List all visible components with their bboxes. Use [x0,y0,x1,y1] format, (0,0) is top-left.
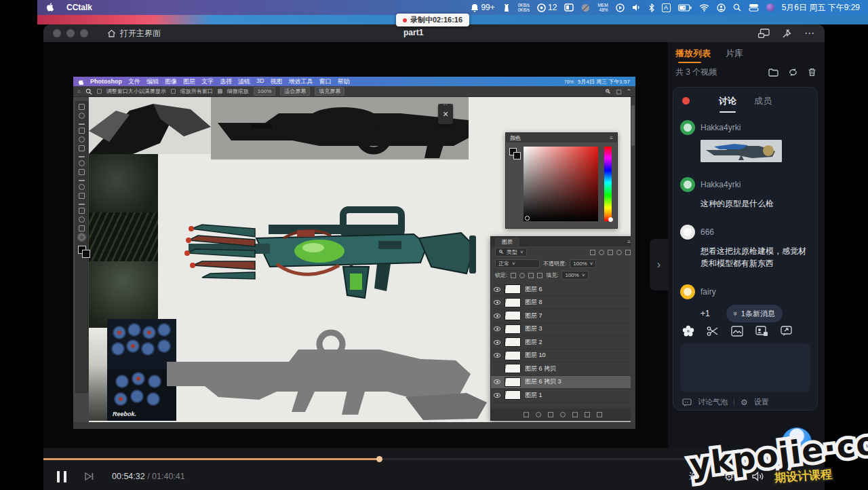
player-settings-icon[interactable]: ⚙ [724,470,734,483]
ps-tool-icon[interactable] [79,104,85,110]
volume-menubar-icon[interactable] [632,3,642,12]
ps-tool-icon[interactable] [79,160,85,166]
layer-row[interactable]: 图层 6 拷贝 [491,362,635,376]
window-manager-icon[interactable] [564,3,574,12]
floating-help-button[interactable] [782,428,812,457]
chat-message[interactable]: fairy +1 »1条新消息 [680,284,812,322]
ps-tool-icon[interactable] [79,128,85,134]
layer-thumbnail[interactable] [505,311,521,320]
ps-foreground-background-swatches[interactable] [78,246,86,254]
layer-thumbnail[interactable] [505,364,521,373]
ps-menu-item[interactable]: 3D [256,77,264,86]
lock-pixels-icon[interactable] [519,273,525,278]
ps-menu-item[interactable]: 选择 [220,77,232,86]
apple-icon[interactable] [47,3,56,12]
ps-scrubby-checkbox[interactable] [218,89,222,94]
ps-app-menu[interactable]: Photoshop [90,78,122,85]
user-circle-icon[interactable] [717,3,726,12]
layer-row[interactable]: 图层 1 [491,389,635,402]
layer-thumbnail[interactable] [505,337,521,347]
open-main-ui-button[interactable]: 打开主界面 [107,28,161,39]
member-picture-icon[interactable] [755,326,768,337]
avatar[interactable] [680,225,695,240]
memory-meter[interactable]: MEM48% [597,3,608,12]
pause-button[interactable] [54,468,69,485]
panel-menu-icon[interactable]: ≡ [610,135,613,141]
cpu-meter[interactable]: 12 [537,3,557,12]
avatar[interactable] [680,177,695,192]
ps-zoom-value[interactable]: 100% [254,87,275,96]
ps-tool-icon[interactable] [79,208,85,214]
wifi-icon[interactable] [699,4,709,12]
layer-visibility-eye-icon[interactable] [494,314,500,318]
layer-thumbnail[interactable] [505,284,521,294]
ps-menu-item[interactable]: 视图 [271,77,283,86]
zoom-window-button[interactable] [80,29,88,37]
volume-icon[interactable] [751,471,764,482]
layer-visibility-eye-icon[interactable] [494,393,500,398]
lock-position-icon[interactable] [528,273,534,278]
input-method-badge[interactable]: A [662,3,671,12]
tab-playlist[interactable]: 播放列表 [675,48,711,63]
layer-visibility-eye-icon[interactable] [494,353,500,358]
layer-thumbnail[interactable] [505,351,521,360]
layers-panel-footer[interactable] [491,409,635,420]
screenshot-scissors-icon[interactable] [707,326,719,337]
video-player-area[interactable]: Photoshop 文件编辑图像图层文字选择滤镜3D视图增效工具窗口帮助 76%… [43,42,668,448]
layer-row[interactable]: 图层 8 [491,297,635,310]
color-saturation-square[interactable] [524,147,598,221]
settings-label[interactable]: 设置 [754,397,769,407]
opacity-dropdown[interactable]: 100% ˅ [570,259,596,268]
layer-visibility-eye-icon[interactable] [494,326,500,331]
ps-menu-item[interactable]: 文字 [201,77,214,86]
ps-tool-icon[interactable] [79,216,85,223]
ps-zoom-tool-icon[interactable] [85,88,92,95]
ps-menu-item[interactable]: 增效工具 [289,77,313,86]
pin-icon[interactable] [782,29,792,39]
loop-mode-icon[interactable] [788,68,798,77]
notification-bell[interactable]: 99+ [471,3,494,12]
ps-fill-screen-button[interactable]: 填充屏幕 [315,87,344,96]
ps-tool-icon[interactable] [79,145,85,151]
ps-tool-icon[interactable] [79,169,85,175]
ps-tool-icon[interactable] [79,178,85,181]
shirt-icon[interactable] [502,3,511,12]
emoji-flower-icon[interactable] [682,325,694,337]
fullscreen-icon[interactable] [782,471,793,482]
tab-members[interactable]: 成员 [754,95,772,107]
sidebar-collapse-handle[interactable]: › [650,239,668,290]
next-episode-button[interactable] [84,472,94,481]
ps-options-right-icons[interactable]: 🔍︎▢⌃ [605,88,631,95]
ps-tool-icon[interactable] [79,193,85,199]
ps-tool-icon[interactable] [79,121,85,125]
bubble-toggle-label[interactable]: 讨论气泡 [698,397,728,407]
ps-tool-icon[interactable] [79,113,85,119]
layer-row[interactable]: 图层 6 [491,283,635,297]
ps-tool-icon[interactable] [79,184,85,190]
share-bubble-icon[interactable] [781,326,793,337]
adobe-cc-icon[interactable] [581,3,590,12]
progress-handle[interactable] [376,456,382,462]
picture-in-picture-icon[interactable] [758,29,770,38]
play-circle-icon[interactable] [616,3,625,12]
chat-message[interactable]: Hakka4yrki [680,120,812,162]
ps-zoom-tool-active-icon[interactable] [79,234,85,240]
chat-message[interactable]: 666 想看这把抗原枪建模，感觉材质和模型都有新东西 [680,225,812,269]
hue-marker[interactable] [608,217,613,222]
ps-menu-item[interactable]: 滤镜 [238,77,250,86]
tab-discussion[interactable]: 讨论 [719,95,736,107]
ps-tool-icon[interactable] [79,154,85,157]
bubble-toggle-icon[interactable] [682,398,692,407]
avatar[interactable] [680,120,695,135]
layer-thumbnail[interactable] [505,324,521,334]
battery-icon[interactable] [678,4,692,12]
layer-row[interactable]: 图层 10 [491,350,635,363]
layers-tab[interactable]: 图层 [495,238,519,246]
layer-row[interactable]: 图层 3 [491,323,635,337]
layer-filter-dropdown[interactable]: 🔍︎ 类型 ˅ [495,248,527,257]
message-image-thumbnail[interactable] [701,140,782,162]
ps-vertical-scrollbar[interactable] [631,97,635,422]
avatar[interactable] [680,284,695,299]
ps-tool-icon[interactable] [79,136,85,143]
lock-transparent-icon[interactable] [511,273,516,278]
